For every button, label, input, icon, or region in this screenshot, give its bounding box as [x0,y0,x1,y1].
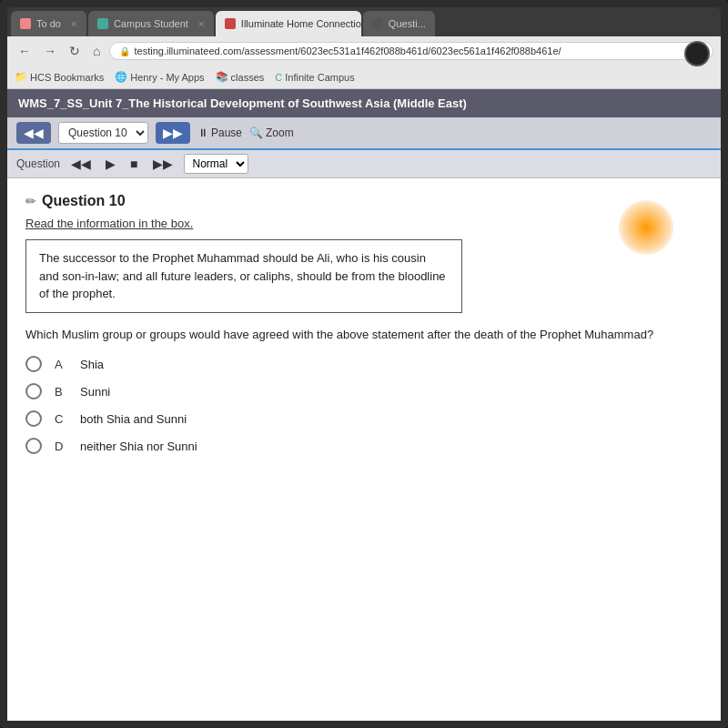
lock-icon: 🔒 [119,46,130,56]
tab-todo[interactable]: To do ✕ [11,11,86,36]
url-text: testing.illuminateed.com/assessment/6023… [134,46,561,56]
tab-illuminate[interactable]: Illuminate Home Connection ✕ [216,11,361,36]
tab-illuminate-icon [225,18,236,29]
bookmark-henry[interactable]: 🌐 Henry - My Apps [115,71,204,83]
nav-toolbar: ◀◀ Question 10 ▶▶ ⏸ Pause 🔍 Zoom [7,117,721,150]
answer-option-a[interactable]: A Shia [25,356,703,372]
tab-todo-icon [20,18,31,29]
option-letter-d: D [55,440,67,453]
bookmark-hcs[interactable]: 📁 HCS Bookmarks [15,71,104,83]
option-letter-b: B [55,385,67,399]
option-text-d: neither Shia nor Sunni [80,440,197,453]
bookmark-classes[interactable]: 📚 classes [216,71,265,83]
question-toolbar-label: Question [16,157,60,170]
bookmark-hcs-icon: 📁 [15,71,27,83]
radio-c[interactable] [25,410,42,427]
assessment-title-bar: WMS_7_SS_Unit 7_The Historical Developme… [7,89,721,117]
pencil-icon: ✏ [25,194,36,208]
tab-campus[interactable]: Campus Student ✕ [88,11,214,36]
question-header: ✏ Question 10 [25,193,703,209]
question-title: Question 10 [42,193,126,209]
option-letter-c: C [55,412,67,426]
question-select[interactable]: Question 10 [58,122,148,144]
radio-d[interactable] [25,438,42,454]
speed-select[interactable]: Slow Normal Fast [184,154,248,174]
answer-option-c[interactable]: C both Shia and Sunni [25,410,703,427]
zoom-button[interactable]: 🔍 Zoom [249,126,294,139]
answer-option-d[interactable]: D neither Shia nor Sunni [25,438,703,454]
home-button[interactable]: ⌂ [89,42,104,60]
tab-todo-label: To do [36,18,61,29]
back-button[interactable]: ← [15,42,35,60]
prev-question-button[interactable]: ◀◀ [16,122,51,144]
secondary-toolbar: Question ◀◀ ▶ ■ ▶▶ Slow Normal Fast [7,150,721,178]
option-letter-a: A [55,358,67,371]
info-box-text: The successor to the Prophet Muhammad sh… [39,251,446,300]
webcam-indicator [684,41,710,66]
address-bar[interactable]: 🔒 testing.illuminateed.com/assessment/60… [109,42,713,60]
zoom-label: Zoom [266,126,294,139]
audio-play-button[interactable]: ▶ [102,155,119,173]
bookmark-classes-icon: 📚 [216,71,228,83]
answer-option-b[interactable]: B Sunni [25,383,703,399]
pause-label: Pause [211,126,242,139]
option-text-a: Shia [80,358,104,371]
audio-next-button[interactable]: ▶▶ [149,155,177,173]
option-text-c: both Shia and Sunni [80,412,187,426]
audio-stop-button[interactable]: ■ [126,155,141,173]
tab-campus-label: Campus Student [114,18,188,29]
option-text-b: Sunni [80,385,110,399]
question-instruction: Read the information in the box. [25,217,703,230]
bookmark-classes-label: classes [231,72,265,83]
zoom-icon: 🔍 [249,126,263,139]
bookmark-campus-label: Infinite Campus [285,72,354,83]
radio-a[interactable] [25,356,42,372]
forward-button[interactable]: → [40,42,60,60]
bookmarks-bar: 📁 HCS Bookmarks 🌐 Henry - My Apps 📚 clas… [7,66,721,89]
assessment-title: WMS_7_SS_Unit 7_The Historical Developme… [18,96,467,110]
bookmark-henry-icon: 🌐 [115,71,127,83]
pause-button[interactable]: ⏸ Pause [197,126,242,139]
tab-questi-label: Questi... [389,18,426,29]
audio-prev-button[interactable]: ◀◀ [67,155,95,173]
tab-questi-icon [372,18,383,29]
next-question-button[interactable]: ▶▶ [156,122,190,144]
page-content: WMS_7_SS_Unit 7_The Historical Developme… [7,89,721,721]
tab-illuminate-label: Illuminate Home Connection [241,18,361,29]
bookmark-campus-icon: C [275,72,282,83]
tab-bar: To do ✕ Campus Student ✕ Illuminate Home… [7,7,721,36]
info-box: The successor to the Prophet Muhammad sh… [25,239,462,313]
reload-button[interactable]: ↻ [66,42,84,60]
bookmark-hcs-label: HCS Bookmarks [30,72,104,83]
address-bar-row: ← → ↻ ⌂ 🔒 testing.illuminateed.com/asses… [7,36,721,66]
tab-questi[interactable]: Questi... [363,11,435,36]
tab-campus-close[interactable]: ✕ [197,19,205,29]
bookmark-henry-label: Henry - My Apps [130,72,204,83]
tab-todo-close[interactable]: ✕ [70,19,77,29]
tab-campus-icon [97,18,108,29]
bookmark-campus[interactable]: C Infinite Campus [275,72,354,83]
question-text: Which Muslim group or groups would have … [25,326,703,344]
radio-b[interactable] [25,383,42,399]
pause-icon: ⏸ [197,126,208,139]
question-area: ✏ Question 10 Read the information in th… [7,178,721,721]
